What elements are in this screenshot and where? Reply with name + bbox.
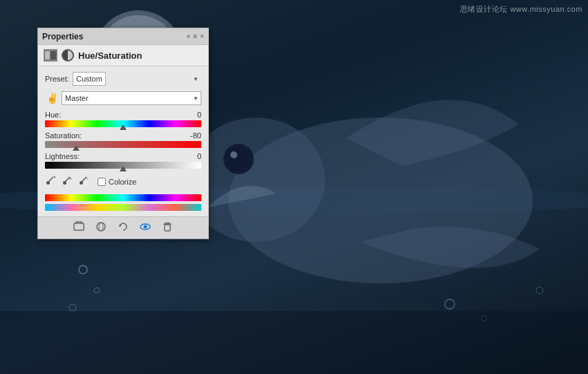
saturation-label: Saturation: bbox=[45, 131, 82, 140]
panel-title: Properties bbox=[42, 32, 83, 41]
svg-text:−: − bbox=[86, 176, 89, 181]
properties-panel: Properties « ≡ × Hue/Saturation Preset bbox=[37, 28, 209, 239]
svg-rect-17 bbox=[50, 51, 56, 59]
saturation-section: Saturation: -80 bbox=[45, 131, 201, 148]
svg-line-19 bbox=[48, 177, 53, 182]
lightness-track[interactable] bbox=[45, 162, 201, 169]
menu-button[interactable]: ≡ bbox=[193, 33, 197, 40]
preset-select[interactable]: Custom bbox=[73, 72, 106, 86]
reset-button[interactable] bbox=[118, 221, 129, 234]
svg-point-29 bbox=[97, 223, 105, 231]
svg-rect-16 bbox=[45, 51, 50, 59]
svg-rect-28 bbox=[74, 223, 84, 230]
panel-titlebar: Properties « ≡ × bbox=[38, 28, 208, 45]
channel-row: ✌ Master ▼ bbox=[45, 91, 201, 105]
svg-text:+: + bbox=[69, 176, 72, 181]
view-previous-button[interactable] bbox=[95, 221, 107, 234]
adjustment-layer-icon bbox=[62, 49, 74, 62]
colorize-wrap: Colorize bbox=[98, 178, 136, 186]
svg-point-6 bbox=[226, 147, 251, 171]
panel-header: Hue/Saturation bbox=[38, 45, 208, 66]
hand-tool-icon[interactable]: ✌ bbox=[45, 93, 59, 104]
eyedropper-add-button[interactable]: + bbox=[62, 174, 74, 189]
lightness-section: Lightness: 0 bbox=[45, 152, 201, 169]
hue-thumb[interactable] bbox=[120, 124, 127, 130]
lightness-header: Lightness: 0 bbox=[45, 152, 201, 160]
svg-point-26 bbox=[80, 181, 83, 185]
svg-point-20 bbox=[46, 181, 50, 185]
lightness-value: 0 bbox=[181, 152, 201, 160]
adjustment-title: Hue/Saturation bbox=[78, 50, 142, 61]
saturation-track[interactable] bbox=[45, 141, 201, 148]
svg-point-10 bbox=[69, 304, 76, 311]
tools-row: + − Colorize bbox=[45, 174, 201, 189]
clip-button[interactable] bbox=[73, 221, 84, 234]
preset-label: Preset: bbox=[45, 75, 70, 83]
preset-row: Preset: Custom ▼ bbox=[45, 72, 201, 86]
rainbow-bar bbox=[45, 194, 201, 201]
channel-select-wrap: Master ▼ bbox=[62, 91, 201, 105]
svg-point-7 bbox=[230, 151, 237, 158]
panel-footer bbox=[38, 216, 208, 239]
hue-value: 0 bbox=[181, 111, 201, 119]
panel-body: Preset: Custom ▼ ✌ Master ▼ Hue: 0 bbox=[38, 66, 208, 216]
saturation-gradient bbox=[45, 141, 201, 148]
svg-point-8 bbox=[79, 265, 87, 274]
hue-track[interactable] bbox=[45, 120, 201, 127]
channel-select[interactable]: Master bbox=[62, 91, 201, 105]
lightness-label: Lightness: bbox=[45, 152, 80, 160]
svg-point-9 bbox=[94, 288, 100, 293]
colorize-label: Colorize bbox=[109, 178, 136, 186]
preset-select-wrap: Custom ▼ bbox=[73, 72, 201, 86]
delete-button[interactable] bbox=[162, 221, 173, 234]
svg-point-11 bbox=[445, 299, 454, 309]
collapse-button[interactable]: « bbox=[187, 33, 191, 40]
svg-point-33 bbox=[144, 225, 147, 229]
hue-label: Hue: bbox=[45, 111, 61, 119]
lightness-thumb[interactable] bbox=[120, 166, 127, 171]
hue-section: Hue: 0 bbox=[45, 111, 201, 127]
svg-point-30 bbox=[99, 223, 103, 231]
saturation-value: -80 bbox=[181, 131, 201, 140]
svg-rect-34 bbox=[165, 225, 170, 231]
hue-header: Hue: 0 bbox=[45, 111, 201, 119]
close-button[interactable]: × bbox=[200, 33, 204, 40]
svg-point-13 bbox=[536, 287, 543, 294]
svg-rect-14 bbox=[0, 311, 588, 374]
svg-line-21 bbox=[54, 176, 55, 178]
eyedropper-button[interactable] bbox=[45, 174, 57, 189]
saturation-thumb[interactable] bbox=[73, 145, 80, 151]
saturation-header: Saturation: -80 bbox=[45, 131, 201, 140]
watermark: 思绪设计论坛 www.missyuan.com bbox=[460, 4, 582, 15]
svg-point-23 bbox=[63, 181, 66, 185]
preset-select-arrow: ▼ bbox=[193, 76, 199, 82]
saturation-bar bbox=[45, 204, 201, 211]
titlebar-icons: « ≡ × bbox=[187, 33, 204, 40]
color-bars bbox=[45, 194, 201, 211]
visibility-button[interactable] bbox=[140, 221, 151, 234]
eyedropper-remove-button[interactable]: − bbox=[78, 174, 91, 189]
colorize-checkbox[interactable] bbox=[98, 178, 106, 186]
layer-mask-icon bbox=[44, 49, 57, 62]
